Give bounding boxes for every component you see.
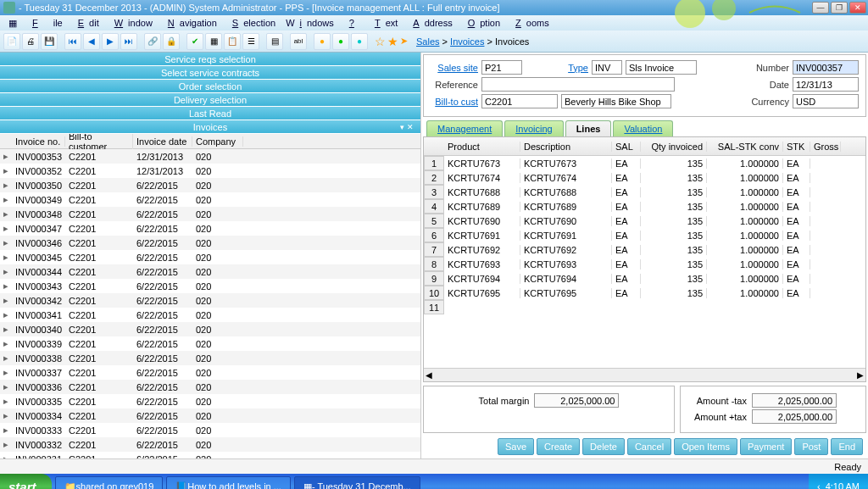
col-invoice-date[interactable]: Invoice date [133, 136, 192, 147]
invoice-row[interactable]: ▸INV000349C22016/22/2015020 [0, 192, 420, 207]
line-row[interactable]: 10KCRTU7695KCRTU7695EA1351.000000EA [424, 286, 865, 300]
save-button[interactable]: Save [498, 438, 534, 455]
lock-icon[interactable]: 🔒 [163, 33, 180, 50]
input-type-desc[interactable] [626, 60, 697, 75]
section-service-contracts[interactable]: Select service contracts [0, 66, 420, 80]
menu-windows[interactable]: Windows [281, 18, 339, 28]
page-icon[interactable]: ▤ [266, 33, 283, 50]
invoice-row[interactable]: ▸INV000333C22016/22/2015020 [0, 423, 420, 437]
dot3-icon[interactable]: ● [351, 33, 368, 50]
col-description[interactable]: Description [520, 142, 612, 152]
section-order[interactable]: Order selection [0, 80, 420, 93]
col-stk[interactable]: STK [783, 142, 810, 152]
invoice-row[interactable]: ▸INV000342C22016/22/2015020 [0, 293, 420, 308]
invoice-row[interactable]: ▸INV000337C22016/22/2015020 [0, 365, 420, 380]
menu-help[interactable]: ? [339, 18, 364, 28]
star-outline-icon[interactable]: ☆ [375, 35, 386, 48]
line-row[interactable]: 7KCRTU7692KCRTU7692EA1351.000000EA [424, 242, 865, 257]
task-word[interactable]: 📘 How to add levels in ... [166, 476, 291, 489]
col-invoice-no[interactable]: Invoice no. [12, 136, 65, 147]
col-sal[interactable]: SAL [612, 142, 641, 152]
abl-icon[interactable]: abl [290, 33, 307, 50]
menu-address[interactable]: Address [403, 18, 457, 28]
close-button[interactable]: ✕ [849, 2, 866, 14]
tab-lines[interactable]: Lines [565, 120, 612, 136]
col-bill-to[interactable]: Bill-to customer [65, 131, 133, 152]
invoice-row[interactable]: ▸INV000335C22016/22/2015020 [0, 394, 420, 408]
menu-selection[interactable]: Selection [222, 18, 281, 28]
input-number[interactable] [793, 60, 859, 75]
col-product[interactable]: Product [444, 142, 520, 152]
cancel-button[interactable]: Cancel [627, 438, 671, 455]
tab-management[interactable]: Management [426, 120, 503, 136]
menu-option[interactable]: Option [458, 18, 505, 28]
post-button[interactable]: Post [794, 438, 828, 455]
app-menu-icon[interactable]: ▦ [3, 18, 22, 29]
list-icon[interactable]: ☰ [242, 33, 259, 50]
input-reference[interactable] [481, 77, 675, 92]
invoice-row[interactable]: ▸INV000331C22016/22/2015020 [0, 452, 420, 458]
minimize-button[interactable]: — [812, 2, 829, 14]
maximize-button[interactable]: ❐ [831, 2, 848, 14]
col-qty[interactable]: Qty invoiced [641, 142, 707, 152]
label-type[interactable]: Type [563, 63, 588, 73]
invoice-row[interactable]: ▸INV000353C220112/31/2013020 [0, 149, 420, 164]
prev-icon[interactable]: ◀ [83, 33, 100, 50]
input-amount-plus-tax[interactable] [752, 409, 837, 424]
menu-window[interactable]: Window [104, 18, 158, 28]
menu-navigation[interactable]: Navigation [158, 18, 222, 28]
system-tray[interactable]: ‹ 4:10 AM [809, 474, 868, 489]
input-sales-site[interactable] [481, 60, 522, 75]
col-gross[interactable]: Gross [810, 142, 841, 152]
section-invoices[interactable]: Invoices [0, 120, 420, 134]
input-date[interactable] [793, 77, 859, 92]
new-icon[interactable]: 📄 [3, 33, 20, 50]
invoice-grid-body[interactable]: ▸INV000353C220112/31/2013020▸INV000352C2… [0, 149, 420, 458]
tab-valuation[interactable]: Valuation [613, 120, 673, 136]
section-delivery[interactable]: Delivery selection [0, 93, 420, 107]
input-total-margin[interactable] [534, 393, 619, 408]
label-bill-to[interactable]: Bill-to cust [431, 97, 478, 107]
create-button[interactable]: Create [537, 438, 580, 455]
star-filled-icon[interactable]: ★ [387, 35, 398, 48]
label-sales-site[interactable]: Sales site [431, 63, 478, 73]
print-icon[interactable]: 🖨 [22, 33, 39, 50]
attach-icon[interactable]: 🔗 [144, 33, 161, 50]
col-conv[interactable]: SAL-STK conv [707, 142, 783, 152]
invoice-row[interactable]: ▸INV000348C22016/22/2015020 [0, 207, 420, 221]
save-icon[interactable]: 💾 [41, 33, 58, 50]
line-row[interactable]: 3KCRTU7688KCRTU7688EA1351.000000EA [424, 185, 865, 199]
invoice-row[interactable]: ▸INV000332C22016/22/2015020 [0, 437, 420, 452]
start-button[interactable]: start [0, 474, 52, 489]
last-icon[interactable]: ⏭ [120, 33, 137, 50]
task-shared[interactable]: 📁 shared on grey019 [55, 476, 164, 489]
end-button[interactable]: End [831, 438, 863, 455]
input-type[interactable] [592, 60, 622, 75]
task-app[interactable]: ▦ - Tuesday 31 Decemb... [294, 476, 420, 489]
check-icon[interactable]: ✔ [186, 33, 203, 50]
invoice-row[interactable]: ▸INV000340C22016/22/2015020 [0, 322, 420, 336]
input-bill-to[interactable] [481, 94, 558, 108]
section-service-reqs[interactable]: Service reqs selection [0, 53, 420, 66]
line-row[interactable]: 4KCRTU7689KCRTU7689EA1351.000000EA [424, 199, 865, 214]
menu-zooms[interactable]: Zooms [505, 18, 554, 28]
tab-invoicing[interactable]: Invoicing [504, 120, 563, 136]
section-last-read[interactable]: Last Read [0, 107, 420, 120]
col-company[interactable]: Company [192, 136, 243, 147]
open-items-button[interactable]: Open Items [674, 438, 737, 455]
invoice-row[interactable]: ▸INV000339C22016/22/2015020 [0, 336, 420, 351]
crumb-invoices[interactable]: Invoices [450, 36, 484, 47]
dot1-icon[interactable]: ● [314, 33, 331, 50]
invoice-row[interactable]: ▸INV000343C22016/22/2015020 [0, 279, 420, 293]
invoice-row[interactable]: ▸INV000344C22016/22/2015020 [0, 264, 420, 279]
menu-edit[interactable]: Edit [68, 18, 104, 28]
arrow-icon[interactable]: ➤ [400, 36, 408, 47]
input-amount-minus-tax[interactable] [752, 393, 837, 408]
line-row[interactable]: 11 [424, 300, 865, 314]
menu-text[interactable]: Text [364, 18, 403, 28]
input-currency[interactable] [793, 94, 859, 108]
line-row[interactable]: 5KCRTU7690KCRTU7690EA1351.000000EA [424, 214, 865, 228]
tray-chevron-icon[interactable]: ‹ [817, 481, 821, 489]
first-icon[interactable]: ⏮ [64, 33, 81, 50]
crumb-sales[interactable]: Sales [416, 36, 440, 47]
